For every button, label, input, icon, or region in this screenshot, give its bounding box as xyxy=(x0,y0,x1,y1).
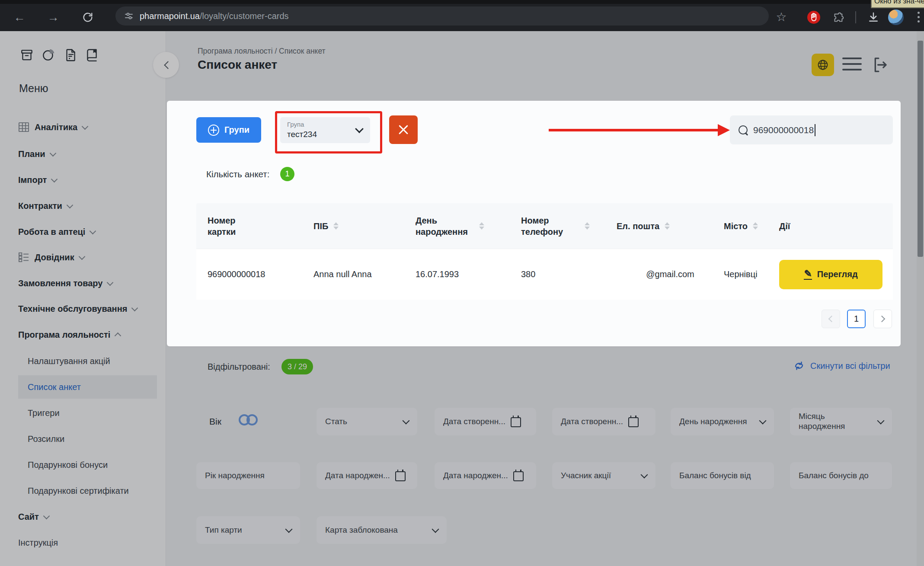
sidebar-subitem-label: Налаштування акцій xyxy=(28,356,110,366)
sort-icon[interactable] xyxy=(333,222,339,230)
text-caret xyxy=(815,124,815,136)
globe-icon xyxy=(816,58,829,71)
sidebar-item-loyalty-program[interactable]: Програма лояльності xyxy=(18,326,120,343)
sidebar-item-analytics[interactable]: Аналітика xyxy=(18,118,87,136)
sidebar-subitem-promo-settings[interactable]: Налаштування акцій xyxy=(28,352,110,370)
pagination-next-button[interactable] xyxy=(873,310,892,328)
sidebar-subitem-customer-cards[interactable]: Список анкет xyxy=(28,378,81,396)
sidebar-item-label: Сайт xyxy=(18,512,39,522)
pie-chart-icon[interactable] xyxy=(41,48,56,62)
sidebar-item-import[interactable]: Імпорт xyxy=(18,171,57,189)
filter-card-blocked[interactable]: Карта заблокована xyxy=(317,516,447,544)
sidebar-item-plans[interactable]: Плани xyxy=(18,145,55,163)
chevron-up-icon xyxy=(115,333,121,339)
filter-created-date-from[interactable]: Дата створенн... xyxy=(435,408,536,435)
sidebar-subitem-mailings[interactable]: Розсилки xyxy=(28,430,64,448)
browser-menu-kebab-icon[interactable] xyxy=(918,12,920,22)
filter-created-date-to[interactable]: Дата створенн... xyxy=(552,408,655,435)
sidebar-item-directory[interactable]: Довідник xyxy=(18,249,84,266)
document-icon[interactable] xyxy=(63,48,77,62)
sidebar-item-maintenance[interactable]: Технічне обслуговування xyxy=(18,300,137,317)
sort-icon[interactable] xyxy=(479,222,484,230)
group-select[interactable]: Група тест234 xyxy=(280,117,370,143)
age-range-rings-icon[interactable] xyxy=(239,414,258,425)
scrollbar-thumb[interactable] xyxy=(918,41,923,257)
groups-button-label: Групи xyxy=(224,125,249,135)
search-input[interactable]: 969000000018 xyxy=(730,115,893,144)
adblock-extension-icon[interactable] xyxy=(806,10,821,25)
archive-box-icon[interactable] xyxy=(19,48,34,62)
col-header-actions: Дії xyxy=(779,221,893,232)
chevron-down-icon xyxy=(131,304,138,311)
refresh-icon xyxy=(793,360,805,372)
sidebar-item-label: Імпорт xyxy=(18,175,47,185)
site-settings-icon[interactable] xyxy=(124,11,134,21)
chevron-down-icon xyxy=(82,123,89,130)
view-card-button[interactable]: ✎ Перегляд xyxy=(779,260,882,289)
apps-hamburger-button[interactable] xyxy=(842,58,862,70)
col-header-full-name[interactable]: ПІБ xyxy=(313,221,416,232)
filter-card-type[interactable]: Тип карти xyxy=(196,516,300,544)
sidebar-quick-icons xyxy=(19,48,99,62)
pagination-prev-button[interactable] xyxy=(822,310,840,328)
filter-bonus-balance-from[interactable]: Баланс бонусів від xyxy=(671,462,774,489)
sidebar-item-contracts[interactable]: Контракти xyxy=(18,197,72,214)
browser-back-icon[interactable]: ← xyxy=(14,12,26,23)
clipped-sharing-tooltip: Окно из зна-че xyxy=(871,0,924,8)
sort-icon[interactable] xyxy=(585,222,590,230)
browser-forward-icon[interactable]: → xyxy=(48,12,59,23)
col-header-city[interactable]: Місто xyxy=(724,221,779,232)
table-row: 969000000018 Anna null Anna 16.07.1993 3… xyxy=(196,249,893,300)
calendar-icon xyxy=(395,471,406,481)
page-scrollbar[interactable] xyxy=(917,31,924,566)
extensions-puzzle-icon[interactable] xyxy=(831,11,844,24)
reset-all-filters-label: Скинути всі фільтри xyxy=(810,361,890,371)
book-icon[interactable] xyxy=(84,48,99,62)
chevron-down-icon xyxy=(66,201,73,208)
sidebar-item-goods-order[interactable]: Замовлення товару xyxy=(18,275,112,292)
filter-birth-date-to[interactable]: Дата народжен... xyxy=(435,462,536,489)
sidebar-subitem-gift-certificates[interactable]: Подарункові сертифікати xyxy=(28,482,129,499)
cards-count-label: Кількість анкет: xyxy=(206,167,269,181)
chevron-down-icon xyxy=(51,176,58,182)
customer-cards-panel: Групи Група тест234 969000000018 Кількіс… xyxy=(167,101,901,346)
url-text: pharmapoint.ua/loyalty/customer-cards xyxy=(140,11,289,21)
search-value: 969000000018 xyxy=(753,125,814,135)
downloads-icon[interactable] xyxy=(867,11,880,24)
filter-birth-date-from[interactable]: Дата народжен... xyxy=(317,462,417,489)
sidebar-item-pharmacy-work[interactable]: Робота в аптеці xyxy=(18,223,95,240)
sidebar-item-label: Робота в аптеці xyxy=(18,227,85,237)
col-header-email[interactable]: Ел. пошта xyxy=(617,221,724,232)
col-header-birthday[interactable]: День народження xyxy=(416,215,521,237)
browser-reload-icon[interactable] xyxy=(82,11,94,23)
language-globe-button[interactable] xyxy=(812,54,834,76)
sort-icon[interactable] xyxy=(753,222,758,230)
col-header-phone[interactable]: Номер телефону xyxy=(521,215,617,237)
plus-circle-icon xyxy=(208,125,219,136)
sidebar-item-instruction[interactable]: Інструкція xyxy=(18,534,58,551)
sidebar-subitem-gift-bonuses[interactable]: Подарункові бонуси xyxy=(28,456,108,473)
browser-profile-avatar[interactable] xyxy=(888,10,904,25)
filter-bonus-balance-to[interactable]: Баланс бонусів до xyxy=(790,462,892,489)
filter-promo-participant[interactable]: Учасник акції xyxy=(552,462,655,489)
pagination-page-1[interactable]: 1 xyxy=(847,310,866,328)
groups-button[interactable]: Групи xyxy=(196,117,261,143)
sort-icon[interactable] xyxy=(665,222,670,230)
logout-button[interactable] xyxy=(871,55,890,74)
filter-birth-month[interactable]: Місяць народження xyxy=(790,408,892,435)
window-title-strip xyxy=(0,0,924,4)
table-header-row: Номер картки ПІБ День народження Номер т… xyxy=(196,203,893,249)
url-host: pharmapoint.ua xyxy=(140,11,200,21)
filter-birth-year[interactable]: Рік народження xyxy=(196,462,300,489)
clear-group-button[interactable] xyxy=(389,115,418,144)
sidebar-subitem-triggers[interactable]: Тригери xyxy=(28,404,60,422)
chevron-down-icon xyxy=(49,150,56,157)
reset-all-filters-link[interactable]: Скинути всі фільтри xyxy=(793,360,890,372)
chevron-down-icon xyxy=(90,227,96,234)
sidebar-item-site[interactable]: Сайт xyxy=(18,508,49,525)
bookmark-star-icon[interactable]: ☆ xyxy=(776,10,787,24)
collapse-sidebar-button[interactable] xyxy=(153,52,179,78)
filter-birth-day[interactable]: День народження xyxy=(671,408,774,435)
url-bar[interactable]: pharmapoint.ua/loyalty/customer-cards xyxy=(115,6,769,26)
filter-gender[interactable]: Стать xyxy=(317,408,417,435)
